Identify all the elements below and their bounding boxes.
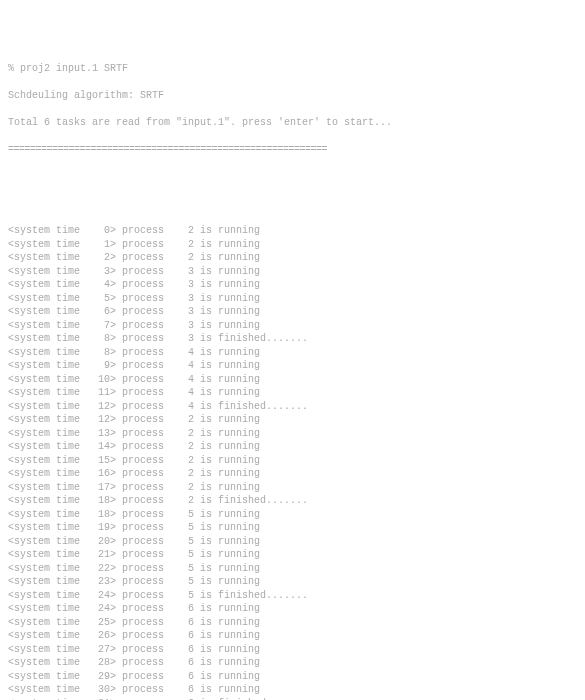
log-line: <system time 8> process 4 is running bbox=[8, 346, 577, 360]
command-line: % proj2 input.1 SRTF bbox=[8, 62, 577, 76]
log-line: <system time 7> process 3 is running bbox=[8, 319, 577, 333]
log-line: <system time 24> process 6 is running bbox=[8, 602, 577, 616]
log-line: <system time 19> process 5 is running bbox=[8, 521, 577, 535]
log-line: <system time 4> process 3 is running bbox=[8, 278, 577, 292]
log-line: <system time 26> process 6 is running bbox=[8, 629, 577, 643]
log-line: <system time 29> process 6 is running bbox=[8, 670, 577, 684]
log-line: <system time 25> process 6 is running bbox=[8, 616, 577, 630]
divider-text: ========================================… bbox=[8, 144, 327, 155]
log-line: <system time 5> process 3 is running bbox=[8, 292, 577, 306]
command-text: % proj2 input.1 SRTF bbox=[8, 63, 128, 74]
log-line: <system time 18> process 2 is finished..… bbox=[8, 494, 577, 508]
log-line: <system time 12> process 2 is running bbox=[8, 413, 577, 427]
log-line: <system time 31> process 6 is finished..… bbox=[8, 697, 577, 701]
process-log: <system time 0> process 2 is running<sys… bbox=[8, 224, 577, 700]
log-line: <system time 28> process 6 is running bbox=[8, 656, 577, 670]
blank-line bbox=[8, 197, 577, 211]
log-line: <system time 18> process 5 is running bbox=[8, 508, 577, 522]
log-line: <system time 13> process 2 is running bbox=[8, 427, 577, 441]
load-message-line: Total 6 tasks are read from "input.1". p… bbox=[8, 116, 577, 130]
log-line: <system time 24> process 5 is finished..… bbox=[8, 589, 577, 603]
log-line: <system time 30> process 6 is running bbox=[8, 683, 577, 697]
algorithm-text: Schdeuling algorithm: SRTF bbox=[8, 90, 164, 101]
log-line: <system time 8> process 3 is finished...… bbox=[8, 332, 577, 346]
log-line: <system time 15> process 2 is running bbox=[8, 454, 577, 468]
log-line: <system time 9> process 4 is running bbox=[8, 359, 577, 373]
log-line: <system time 21> process 5 is running bbox=[8, 548, 577, 562]
log-line: <system time 27> process 6 is running bbox=[8, 643, 577, 657]
log-line: <system time 10> process 4 is running bbox=[8, 373, 577, 387]
log-line: <system time 12> process 4 is finished..… bbox=[8, 400, 577, 414]
log-line: <system time 3> process 3 is running bbox=[8, 265, 577, 279]
log-line: <system time 6> process 3 is running bbox=[8, 305, 577, 319]
log-line: <system time 16> process 2 is running bbox=[8, 467, 577, 481]
log-line: <system time 23> process 5 is running bbox=[8, 575, 577, 589]
header-divider: ========================================… bbox=[8, 143, 577, 157]
log-line: <system time 22> process 5 is running bbox=[8, 562, 577, 576]
log-line: <system time 14> process 2 is running bbox=[8, 440, 577, 454]
log-line: <system time 0> process 2 is running bbox=[8, 224, 577, 238]
log-line: <system time 20> process 5 is running bbox=[8, 535, 577, 549]
blank-line bbox=[8, 170, 577, 184]
log-line: <system time 17> process 2 is running bbox=[8, 481, 577, 495]
log-line: <system time 11> process 4 is running bbox=[8, 386, 577, 400]
algorithm-line: Schdeuling algorithm: SRTF bbox=[8, 89, 577, 103]
log-line: <system time 1> process 2 is running bbox=[8, 238, 577, 252]
load-message-text: Total 6 tasks are read from "input.1". p… bbox=[8, 117, 392, 128]
log-line: <system time 2> process 2 is running bbox=[8, 251, 577, 265]
